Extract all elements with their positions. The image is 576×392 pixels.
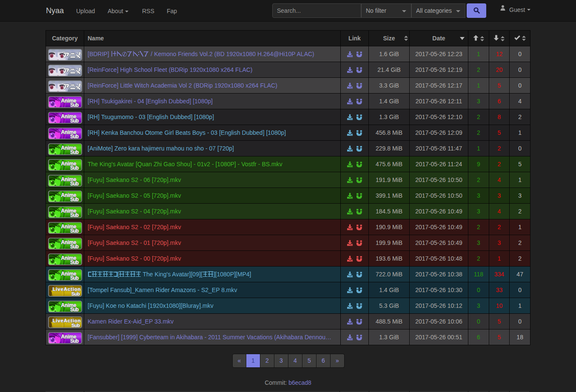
svg-text:Sub: Sub — [70, 196, 79, 202]
svg-text:Sub: Sub — [70, 275, 79, 281]
svg-text:Sub: Sub — [70, 228, 79, 234]
svg-text:Sub: Sub — [70, 338, 79, 344]
svg-text:Sub: Sub — [70, 244, 79, 250]
svg-text:Sub: Sub — [71, 323, 80, 328]
svg-text:Sub: Sub — [70, 102, 79, 108]
svg-text:Sub: Sub — [70, 212, 79, 218]
svg-text:Sub: Sub — [71, 291, 80, 296]
svg-text:Sub: Sub — [70, 134, 79, 139]
svg-text:Sub: Sub — [70, 118, 79, 124]
svg-text:Sub: Sub — [70, 149, 79, 155]
svg-text:Sub: Sub — [70, 307, 79, 312]
svg-text:Sub: Sub — [70, 181, 79, 187]
svg-text:Sub: Sub — [70, 165, 79, 171]
svg-text:Sub: Sub — [70, 259, 79, 265]
